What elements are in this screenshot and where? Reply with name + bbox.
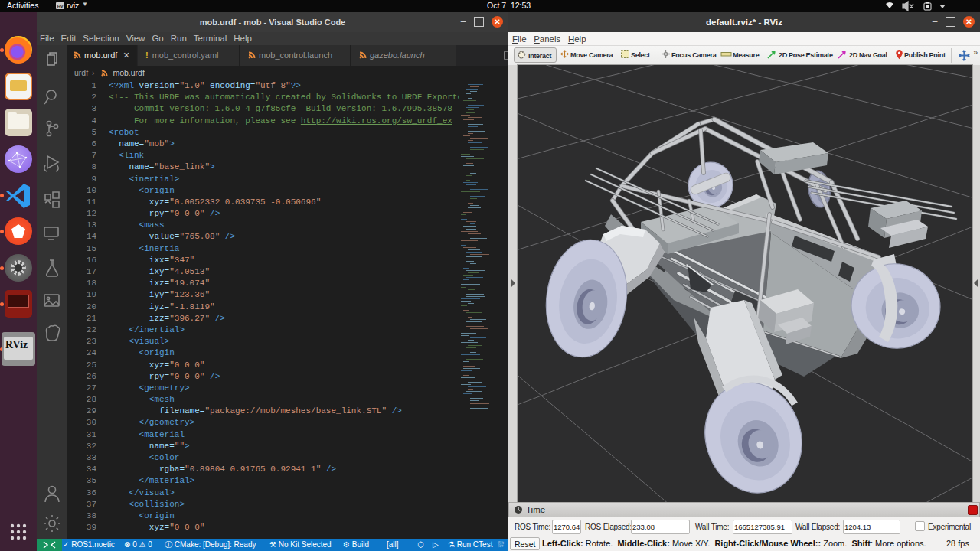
- svg-text:Rv: Rv: [57, 4, 64, 8]
